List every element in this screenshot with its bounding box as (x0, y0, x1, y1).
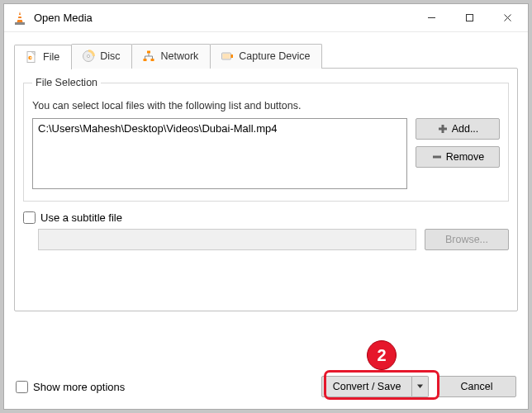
file-selection-legend: File Selection (32, 77, 101, 88)
remove-button-label: Remove (446, 151, 485, 163)
titlebar: Open Media (4, 4, 528, 32)
tab-file[interactable]: File (14, 45, 72, 69)
file-selection-help: You can select local files with the foll… (32, 100, 500, 112)
svg-marker-0 (17, 12, 23, 22)
remove-button[interactable]: Remove (416, 146, 500, 168)
tab-disc[interactable]: Disc (71, 44, 132, 69)
subtitle-label: Use a subtitle file (40, 211, 122, 224)
tab-label: Network (160, 50, 198, 62)
maximize-button[interactable] (450, 6, 488, 31)
svg-rect-2 (17, 18, 22, 20)
convert-save-dropdown[interactable] (412, 376, 429, 397)
tab-label: Disc (100, 50, 120, 62)
chevron-down-icon (416, 381, 424, 392)
svg-rect-16 (151, 59, 154, 61)
add-button[interactable]: Add... (416, 118, 500, 140)
close-button[interactable] (488, 6, 526, 31)
svg-rect-15 (144, 59, 147, 61)
window-title: Open Media (34, 12, 412, 24)
tab-label: File (43, 51, 59, 63)
cancel-button[interactable]: Cancel (437, 376, 516, 397)
svg-rect-23 (231, 55, 234, 58)
svg-rect-5 (466, 15, 473, 21)
tab-network[interactable]: Network (131, 44, 211, 69)
plus-icon (437, 123, 449, 135)
minus-icon (431, 151, 443, 163)
browse-button-label: Browse... (445, 234, 488, 245)
svg-point-13 (88, 55, 90, 57)
tab-panel-file: File Selection You can select local file… (14, 68, 518, 311)
tab-bar: File Disc Network Capture Device (14, 44, 518, 69)
file-list[interactable]: C:\Users\Mahesh\Desktop\Videos\Dubai-Mal… (32, 118, 407, 189)
svg-rect-22 (223, 54, 230, 59)
convert-save-button-label: Convert / Save (333, 381, 401, 392)
open-media-dialog: Open Media File Disc Network Capture De (3, 3, 529, 410)
subtitle-path-field (38, 229, 416, 250)
subtitle-checkbox[interactable] (23, 211, 36, 224)
tab-capture-device[interactable]: Capture Device (210, 44, 322, 69)
tab-label: Capture Device (239, 50, 310, 62)
browse-button: Browse... (425, 229, 509, 250)
file-selection-group: File Selection You can select local file… (23, 77, 509, 202)
convert-save-button[interactable]: Convert / Save (321, 376, 412, 397)
show-more-options-checkbox[interactable] (16, 381, 28, 393)
svg-rect-1 (18, 15, 22, 17)
network-icon (142, 50, 155, 63)
capture-device-icon (221, 50, 234, 63)
svg-rect-14 (147, 51, 150, 54)
minimize-button[interactable] (412, 6, 450, 31)
cancel-button-label: Cancel (461, 381, 493, 392)
add-button-label: Add... (452, 123, 479, 135)
vlc-cone-icon (12, 11, 27, 26)
file-icon (25, 50, 38, 64)
svg-marker-27 (417, 385, 423, 389)
file-item[interactable]: C:\Users\Mahesh\Desktop\Videos\Dubai-Mal… (38, 122, 401, 135)
disc-icon (82, 50, 95, 63)
show-more-options-label: Show more options (33, 381, 125, 393)
svg-rect-3 (15, 22, 25, 25)
